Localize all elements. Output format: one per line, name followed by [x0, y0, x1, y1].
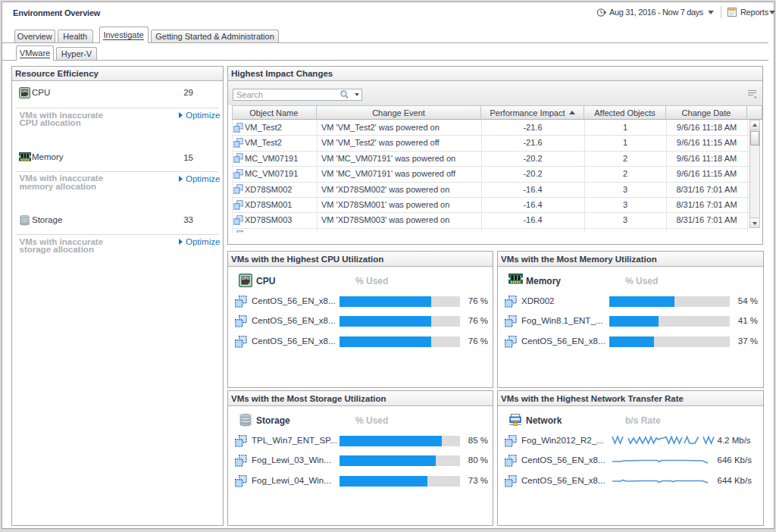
svg-text:CPU: CPU [21, 89, 28, 93]
svg-text:CPU: CPU [242, 277, 250, 280]
